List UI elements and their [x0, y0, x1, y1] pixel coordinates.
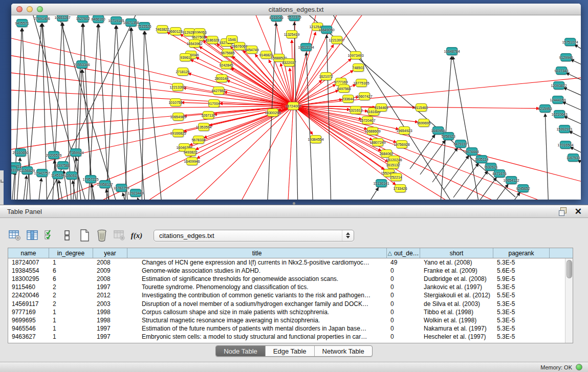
cell-year[interactable]: 1997: [93, 333, 127, 340]
graph-node[interactable]: 17957225: [85, 175, 96, 183]
graph-node[interactable]: 15992971: [559, 125, 570, 133]
column-header-short[interactable]: short: [420, 248, 493, 258]
cell-name[interactable]: 9699695: [8, 317, 49, 324]
new-column-button[interactable]: [77, 228, 92, 243]
graph-node[interactable]: 17016504: [560, 141, 571, 149]
cell-year[interactable]: 1998: [93, 309, 127, 316]
cell-name[interactable]: 18724007: [8, 259, 49, 266]
graph-node[interactable]: 1621072: [320, 72, 332, 80]
cell-name[interactable]: 19384554: [8, 267, 49, 274]
cell-title[interactable]: Estimation of the future numbers of pati…: [127, 325, 387, 332]
cell-year[interactable]: 2009: [93, 267, 127, 274]
cell-in_degree[interactable]: 6: [49, 275, 93, 282]
graph-node[interactable]: 18775165: [356, 79, 367, 87]
cell-out_degree[interactable]: 0: [387, 275, 420, 282]
graph-node[interactable]: 2718126: [177, 68, 188, 76]
cell-year[interactable]: 1997: [93, 325, 127, 332]
graph-node[interactable]: 16671358: [125, 18, 137, 27]
table-row[interactable]: 911546021997Tourette syndrome. Phenomeno…: [8, 283, 565, 291]
graph-node[interactable]: 19654923: [399, 126, 410, 135]
cell-name[interactable]: 9465546: [8, 325, 49, 332]
graph-node[interactable]: 11156829: [21, 166, 33, 174]
graph-node[interactable]: 9129946: [560, 53, 572, 61]
graph-node[interactable]: 17359924: [70, 148, 81, 157]
cell-short[interactable]: Stergiakouli et al. (2012): [420, 292, 493, 299]
graph-node[interactable]: 5572375: [289, 15, 300, 21]
column-header-pagerank[interactable]: pagerank: [493, 248, 550, 258]
graph-node[interactable]: 8186328: [207, 36, 218, 44]
cell-out_degree[interactable]: 0: [387, 317, 420, 324]
graph-node[interactable]: 15751074: [564, 38, 576, 46]
graph-node[interactable]: 10958107: [99, 180, 111, 188]
column-visibility-button[interactable]: [25, 228, 40, 243]
cell-pagerank[interactable]: 5.3E-5: [493, 259, 550, 266]
cell-pagerank[interactable]: 5.3E-5: [493, 309, 550, 316]
graph-node[interactable]: 12923449: [130, 189, 141, 197]
cell-short[interactable]: Franke et al. (2009): [420, 267, 493, 274]
close-panel-icon[interactable]: ✕: [575, 207, 582, 216]
cell-name[interactable]: 18300295: [8, 275, 49, 282]
graph-node[interactable]: 19613194: [300, 43, 312, 51]
graph-node[interactable]: 20206576: [48, 151, 59, 159]
graph-node[interactable]: 2935114: [476, 155, 487, 163]
cell-out_degree[interactable]: 0: [387, 309, 420, 316]
cell-out_degree[interactable]: 0: [387, 333, 420, 340]
graph-node[interactable]: 1640954: [432, 126, 444, 135]
graph-node[interactable]: 10719185: [111, 16, 122, 25]
graph-node[interactable]: 16210643: [554, 110, 565, 118]
column-header-out_degree[interactable]: △out_de…: [387, 248, 420, 258]
graph-node[interactable]: 8322037: [284, 58, 295, 67]
graph-node[interactable]: 9227343: [556, 67, 567, 75]
cell-in_degree[interactable]: 1: [49, 333, 93, 340]
delete-table-button[interactable]: [112, 228, 127, 243]
graph-node[interactable]: 10653287: [57, 15, 68, 21]
table-row[interactable]: 946554611997Estimation of the future num…: [8, 324, 565, 333]
graph-node[interactable]: 9245652: [517, 184, 529, 192]
graph-node[interactable]: 18300295: [267, 108, 278, 117]
close-window-button[interactable]: [16, 6, 23, 12]
cell-pagerank[interactable]: 5.5E-5: [493, 292, 550, 299]
graph-node[interactable]: 20553346: [76, 60, 88, 69]
cell-year[interactable]: 1998: [93, 317, 127, 324]
cell-short[interactable]: Nakamura et al. (1997): [420, 325, 493, 332]
table-row[interactable]: 969969511998Structural magnetic resonanc…: [8, 316, 565, 324]
column-header-in_degree[interactable]: in_degree: [49, 248, 93, 258]
network-window-titlebar[interactable]: citations_edges.txt: [11, 4, 581, 15]
graph-node[interactable]: 1167533: [568, 154, 579, 162]
graph-node[interactable]: 15136141: [376, 179, 387, 187]
cell-title[interactable]: Genome-wide association studies in ADHD.: [127, 267, 387, 274]
graph-node[interactable]: 16782759: [116, 184, 127, 192]
graph-node[interactable]: 252214: [390, 173, 402, 181]
cell-short[interactable]: Wolkin et al. (1998): [420, 317, 493, 324]
graph-node[interactable]: 15720407: [362, 116, 373, 124]
tab-edge-table[interactable]: Edge Table: [266, 346, 315, 356]
cell-year[interactable]: 2012: [93, 292, 127, 299]
cell-short[interactable]: Jankovic et al. (1997): [420, 283, 493, 291]
graph-node[interactable]: 16409946: [186, 157, 198, 165]
graph-node[interactable]: 8471676: [494, 169, 505, 178]
table-options-button[interactable]: [7, 228, 23, 243]
graph-node[interactable]: 25160650: [15, 148, 26, 157]
table-select-dropdown[interactable]: citations_edges.txt: [154, 230, 354, 242]
graph-node[interactable]: 12444159: [552, 96, 563, 104]
cell-in_degree[interactable]: 1: [49, 259, 93, 266]
graph-node[interactable]: 3913311: [11, 166, 17, 174]
graph-node[interactable]: 16543962: [189, 39, 200, 48]
graph-node[interactable]: 9242845: [221, 61, 232, 69]
cell-short[interactable]: Yano et al. (2008): [420, 259, 493, 266]
graph-node[interactable]: 10654985: [172, 113, 184, 121]
graph-node[interactable]: 19166825: [172, 129, 184, 137]
cell-year[interactable]: 2008: [93, 259, 127, 266]
cell-name[interactable]: 9777169: [8, 309, 49, 316]
graph-node[interactable]: 10654122: [506, 176, 517, 184]
cell-pagerank[interactable]: 5.3E-5: [493, 300, 550, 308]
table-row[interactable]: 2242004622012Investigating the contribut…: [8, 291, 565, 299]
graph-node[interactable]: 8466160: [93, 15, 104, 23]
graph-node[interactable]: 19756928: [396, 140, 407, 148]
cell-pagerank[interactable]: 5.3E-5: [493, 283, 550, 291]
cell-in_degree[interactable]: 1: [49, 317, 93, 324]
graph-node[interactable]: 748503: [353, 63, 364, 72]
graph-node[interactable]: 93961: [180, 53, 191, 61]
graph-node[interactable]: 9474444: [466, 147, 477, 156]
graph-node[interactable]: 1350515: [66, 171, 77, 180]
